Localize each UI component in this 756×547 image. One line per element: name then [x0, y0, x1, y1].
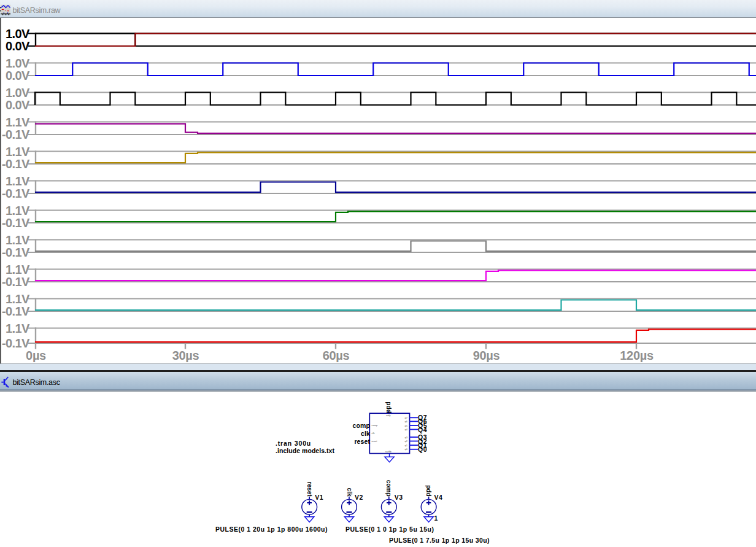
- svg-text:0µs: 0µs: [26, 349, 46, 362]
- svg-text:V3: V3: [395, 494, 403, 501]
- svg-text:pdd: pdd: [385, 402, 392, 413]
- svg-text:V2: V2: [355, 494, 363, 501]
- svg-text:1.1V: 1.1V: [6, 115, 30, 129]
- svg-text:1.1V: 1.1V: [6, 233, 30, 247]
- svg-text:1.0V: 1.0V: [6, 86, 30, 99]
- svg-text:1.0V: 1.0V: [6, 56, 30, 70]
- svg-text:reset: reset: [306, 481, 313, 497]
- svg-text:q6: q6: [405, 420, 408, 423]
- svg-text:-0.1V: -0.1V: [2, 246, 30, 259]
- svg-text:q7: q7: [405, 416, 408, 419]
- svg-text:pdd: pdd: [425, 485, 432, 497]
- svg-text:90µs: 90µs: [473, 349, 500, 362]
- svg-text:q2: q2: [405, 440, 408, 443]
- svg-text:30µs: 30µs: [172, 349, 199, 362]
- svg-text:-0.1V: -0.1V: [2, 275, 30, 289]
- svg-text:0.0V: 0.0V: [6, 39, 30, 53]
- svg-text:sar8b: sar8b: [385, 450, 392, 453]
- svg-text:clk: clk: [372, 432, 375, 435]
- svg-text:-0.1V: -0.1V: [2, 305, 30, 318]
- svg-text:comp: comp: [353, 422, 370, 429]
- svg-text:Q0: Q0: [418, 446, 427, 453]
- svg-text:1.1V: 1.1V: [6, 292, 30, 306]
- svg-text:-0.1V: -0.1V: [2, 336, 30, 350]
- svg-text:PULSE(0 1 7.5u 1p 1p 15u 30u): PULSE(0 1 7.5u 1p 1p 15u 30u): [389, 537, 490, 544]
- svg-text:120µs: 120µs: [620, 349, 654, 362]
- svg-text:1.0V: 1.0V: [6, 27, 30, 41]
- svg-text:-0.1V: -0.1V: [2, 128, 30, 141]
- svg-text:Q4: Q4: [418, 426, 427, 433]
- svg-text:V1: V1: [315, 494, 323, 501]
- svg-text:1.1V: 1.1V: [6, 263, 30, 276]
- svg-text:PULSE(0 1 20u 1p 1p 800u 1600u: PULSE(0 1 20u 1p 1p 800u 1600u): [215, 526, 328, 533]
- svg-text:1.1V: 1.1V: [6, 204, 30, 217]
- svg-text:comp: comp: [372, 424, 379, 427]
- svg-text:V4: V4: [434, 494, 443, 501]
- svg-text:60µs: 60µs: [323, 349, 350, 362]
- svg-text:1.1V: 1.1V: [6, 145, 30, 158]
- svg-text:0.0V: 0.0V: [6, 98, 30, 112]
- svg-text:-0.1V: -0.1V: [2, 187, 30, 200]
- svg-text:q4: q4: [405, 428, 408, 431]
- svg-text:.tran 300u: .tran 300u: [276, 440, 311, 447]
- svg-text:clk: clk: [361, 430, 370, 437]
- svg-text:srdy: srdy: [386, 414, 391, 417]
- svg-text:.include models.txt: .include models.txt: [276, 447, 335, 454]
- svg-text:reset: reset: [354, 438, 370, 445]
- svg-text:q0: q0: [405, 448, 408, 451]
- svg-text:q1: q1: [405, 444, 408, 447]
- svg-text:1.1V: 1.1V: [6, 174, 30, 188]
- svg-text:q5: q5: [405, 424, 408, 427]
- svg-text:-0.1V: -0.1V: [2, 216, 30, 230]
- svg-text:PULSE(0 1 0 1p 1p 5u 15u): PULSE(0 1 0 1p 1p 5u 15u): [345, 526, 434, 533]
- svg-text:clk: clk: [346, 488, 353, 497]
- svg-text:1.1V: 1.1V: [6, 322, 30, 335]
- svg-text:comp: comp: [385, 480, 392, 497]
- svg-text:0.0V: 0.0V: [6, 69, 30, 82]
- svg-text:q3: q3: [405, 436, 408, 439]
- svg-text:reset: reset: [372, 440, 378, 443]
- svg-text:1: 1: [434, 514, 438, 522]
- svg-text:-0.1V: -0.1V: [2, 157, 30, 171]
